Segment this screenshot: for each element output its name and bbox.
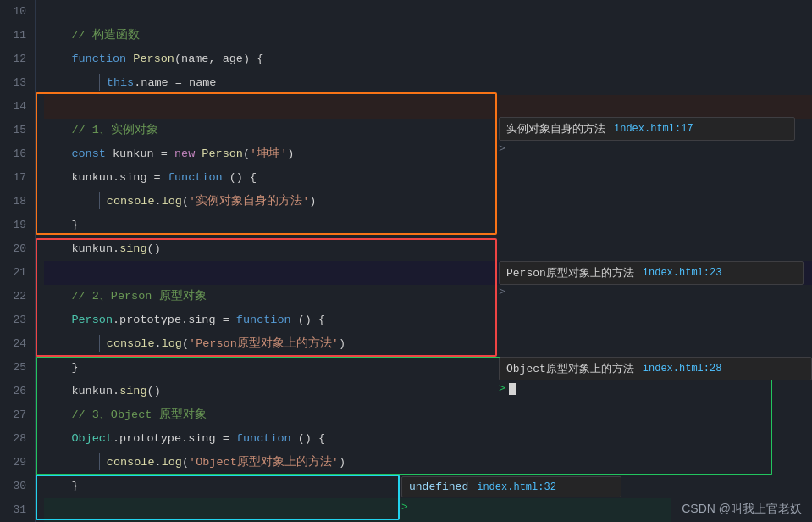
line-num-29: 29: [0, 451, 26, 475]
line-num-12: 12: [0, 47, 26, 71]
cursor-block: [509, 383, 516, 395]
tooltip-text-undefined: undefined: [409, 480, 468, 493]
line-num-28: 28: [0, 427, 26, 451]
line-num-14: 14: [0, 95, 26, 119]
line-num-17: 17: [0, 166, 26, 190]
code-line-24: }: [44, 332, 812, 356]
code-line-23: console.log('Person原型对象上的方法'): [44, 308, 812, 332]
code-line-10: // 构造函数: [44, 0, 812, 24]
line-num-23: 23: [0, 308, 26, 332]
tooltip-link-undefined[interactable]: index.html:32: [477, 481, 556, 493]
code-line-11: function Person(name, age) {: [44, 24, 812, 47]
code-line-29: }: [44, 451, 812, 475]
code-line-17: console.log('实例对象自身的方法'): [44, 166, 812, 190]
code-line-28: console.log('Object原型对象上的方法'): [44, 427, 812, 451]
tooltip-instance-method: 实例对象自身的方法 index.html:17: [499, 117, 795, 141]
line-num-30: 30: [0, 475, 26, 498]
code-line-22: Person.prototype.sing = function () {: [44, 285, 812, 308]
line-num-20: 20: [0, 237, 26, 261]
tooltip-text-2: Person原型对象上的方法: [506, 265, 634, 280]
line-num-22: 22: [0, 285, 26, 308]
line-num-19: 19: [0, 214, 26, 237]
line-num-16: 16: [0, 142, 26, 166]
line-num-21: 21: [0, 261, 26, 285]
console-arrow-1: >: [499, 142, 505, 155]
line-num-13: 13: [0, 71, 26, 95]
tooltip-undefined: undefined index.html:32: [401, 476, 621, 497]
console-arrow-2: >: [499, 286, 505, 298]
code-line-16: kunkun.sing = function () {: [44, 142, 812, 166]
code-line-14: // 1、实例对象: [44, 95, 812, 119]
line-num-10: 10: [0, 0, 26, 24]
tooltip-link-1[interactable]: index.html:17: [614, 123, 693, 135]
line-num-24: 24: [0, 332, 26, 356]
tooltip-object-proto: Object原型对象上的方法 index.html:28: [499, 357, 812, 380]
tooltip-person-proto: Person原型对象上的方法 index.html:23: [499, 261, 804, 285]
watermark: CSDN @叫我上官老妖: [671, 497, 812, 522]
console-cursor-line: >: [499, 382, 516, 395]
code-line-13: }: [44, 71, 812, 95]
line-num-27: 27: [0, 403, 26, 427]
line-num-26: 26: [0, 380, 26, 403]
code-line-12: this.name = name: [44, 47, 812, 71]
line-numbers: 10 11 12 13 14 15 16 17 18 19 20 21 22 2…: [0, 0, 36, 522]
line-num-25: 25: [0, 356, 26, 380]
line-num-15: 15: [0, 119, 26, 142]
line-num-18: 18: [0, 190, 26, 214]
tooltip-link-3[interactable]: index.html:28: [643, 363, 722, 375]
code-line-26: // 3、Object 原型对象: [44, 380, 812, 403]
code-line-19: kunkun.sing(): [44, 214, 812, 237]
code-line-18: }: [44, 190, 812, 214]
tooltip-text-3: Object原型对象上的方法: [506, 361, 634, 376]
tooltip-link-2[interactable]: index.html:23: [643, 267, 722, 279]
line-num-11: 11: [0, 24, 26, 47]
console-arrow-bottom: >: [401, 501, 408, 514]
code-line-27: Object.prototype.sing = function () {: [44, 403, 812, 427]
code-area: // 构造函数 function Person(name, age) { thi…: [36, 0, 812, 522]
line-num-31: 31: [0, 498, 26, 522]
tooltip-text-1: 实例对象自身的方法: [506, 121, 605, 136]
code-line-20: [44, 237, 812, 261]
